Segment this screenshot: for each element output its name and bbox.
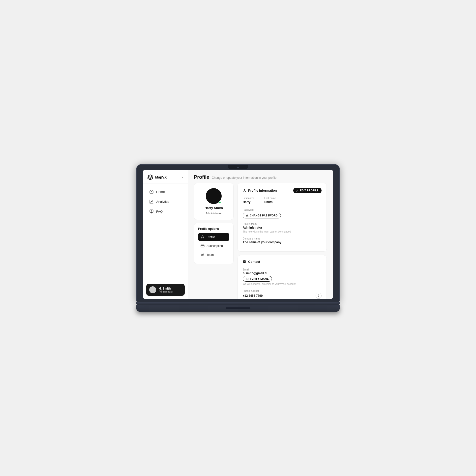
profile-info-icon xyxy=(243,189,246,192)
svg-point-6 xyxy=(244,189,245,191)
email-field: Email h.smith@gmail.cl VERIFY EMAIL xyxy=(243,267,322,285)
svg-point-1 xyxy=(151,212,152,212)
role-label: Role in team xyxy=(243,223,257,225)
subscription-option-label: Subscription xyxy=(207,244,223,248)
profile-option-team[interactable]: Team xyxy=(198,251,229,259)
sidebar-user-section: H. Smith Administrator xyxy=(143,281,188,299)
first-name-field: First name Harry xyxy=(243,197,254,204)
laptop-hinge xyxy=(136,302,340,305)
profile-info-card: Profile information EDIT PROFILE xyxy=(238,183,327,252)
analytics-icon xyxy=(149,199,154,204)
svg-rect-8 xyxy=(243,260,245,263)
email-label: Email xyxy=(243,268,249,271)
phone-help-button[interactable]: ? xyxy=(316,293,322,299)
user-panel: Harry Smith Administrator Profile option… xyxy=(194,183,234,299)
options-title: Profile options xyxy=(198,227,229,231)
faq-icon xyxy=(149,209,154,214)
profile-option-subscription[interactable]: Subscription xyxy=(198,242,229,250)
edit-icon xyxy=(296,189,299,192)
sidebar-item-faq[interactable]: FAQ xyxy=(145,207,186,216)
last-name-field: Last name Smith xyxy=(264,197,276,204)
user-role-label: Administrator xyxy=(206,212,222,215)
svg-rect-3 xyxy=(201,245,204,247)
person-icon xyxy=(201,235,205,239)
password-field: Password CHANGE PASSWORD xyxy=(243,207,322,218)
svg-rect-11 xyxy=(244,262,245,262)
email-value: h.smith@gmail.cl xyxy=(243,271,322,275)
collapse-sidebar-button[interactable]: ‹ xyxy=(181,175,184,180)
user-profile-card: Harry Smith Administrator xyxy=(194,183,234,220)
first-name-label: First name xyxy=(243,197,254,200)
svg-rect-12 xyxy=(246,278,248,280)
svg-rect-0 xyxy=(150,210,153,212)
role-hint: The role within the team cannot be chang… xyxy=(243,230,322,233)
user-avatar-large xyxy=(206,188,222,204)
sidebar-item-label-home: Home xyxy=(156,190,165,194)
sidebar-nav: Home Analytics xyxy=(143,183,188,281)
last-name-value: Smith xyxy=(264,200,276,204)
sidebar-item-analytics[interactable]: Analytics xyxy=(145,197,186,206)
verify-hint: We will send you an email to verify your… xyxy=(243,283,322,285)
edit-profile-label: EDIT PROFILE xyxy=(300,189,319,192)
svg-rect-9 xyxy=(244,261,245,261)
svg-point-4 xyxy=(202,254,203,255)
company-label: Company name xyxy=(243,237,260,240)
mail-icon xyxy=(246,278,248,280)
password-label: Password xyxy=(243,208,254,211)
change-password-label: CHANGE PASSWORD xyxy=(250,214,278,217)
sidebar-user-avatar xyxy=(149,286,156,293)
svg-rect-10 xyxy=(244,261,245,262)
profile-option-label: Profile xyxy=(207,235,215,239)
svg-rect-7 xyxy=(246,215,248,217)
phone-value: +12 3456 7890 xyxy=(243,294,263,298)
svg-point-2 xyxy=(202,236,203,237)
card-icon xyxy=(201,244,205,248)
online-indicator xyxy=(219,201,221,204)
home-icon xyxy=(149,189,154,194)
role-field: Role in team Administrator The role with… xyxy=(243,221,322,233)
profile-info-title: Profile information xyxy=(248,189,277,192)
edit-profile-button[interactable]: EDIT PROFILE xyxy=(293,188,322,193)
sidebar-logo: MapVX ‹ xyxy=(143,170,188,183)
change-password-button[interactable]: CHANGE PASSWORD xyxy=(243,213,281,218)
page-header: Profile Change or update your informatio… xyxy=(188,170,333,183)
page-title: Profile xyxy=(194,174,209,180)
sidebar-user-role: Administrator xyxy=(159,290,182,293)
contact-card: Contact Email h.smith@gmail.cl xyxy=(238,255,327,299)
contact-icon xyxy=(243,260,246,264)
company-value: The name of your company xyxy=(243,240,322,244)
verify-email-button[interactable]: VERIFY EMAIL xyxy=(243,276,272,282)
sidebar-user-card[interactable]: H. Smith Administrator xyxy=(146,284,185,296)
page-subtitle: Change or update your information in you… xyxy=(212,176,276,179)
phone-field: Phone number +12 3456 7890 ? xyxy=(243,288,322,299)
sidebar-item-label-analytics: Analytics xyxy=(156,200,169,204)
laptop-camera xyxy=(237,167,239,168)
svg-point-5 xyxy=(203,254,204,255)
laptop-trackpad xyxy=(226,307,250,309)
sidebar-user-name: H. Smith xyxy=(159,287,182,290)
contact-title: Contact xyxy=(248,260,260,264)
right-panel: Profile information EDIT PROFILE xyxy=(238,183,327,299)
content-area: Harry Smith Administrator Profile option… xyxy=(188,183,333,299)
user-full-name: Harry Smith xyxy=(205,206,223,210)
laptop-base xyxy=(136,305,340,312)
phone-label: Phone number xyxy=(243,290,259,292)
first-name-value: Harry xyxy=(243,200,254,204)
team-icon xyxy=(201,253,205,257)
sidebar-user-info: H. Smith Administrator xyxy=(159,287,182,293)
team-option-label: Team xyxy=(207,253,214,257)
profile-options-card: Profile options Profile xyxy=(194,223,234,264)
lock-icon xyxy=(246,214,248,217)
verify-email-label: VERIFY EMAIL xyxy=(250,277,269,280)
phone-row: +12 3456 7890 ? xyxy=(243,293,322,299)
role-value: Administrator xyxy=(243,226,322,229)
mapvx-logo-icon xyxy=(147,174,153,180)
last-name-label: Last name xyxy=(264,197,276,200)
app-name: MapVX xyxy=(155,175,167,179)
sidebar-item-label-faq: FAQ xyxy=(156,210,163,213)
profile-option-profile[interactable]: Profile xyxy=(198,233,229,241)
main-content: Profile Change or update your informatio… xyxy=(188,170,333,299)
company-field: Company name The name of your company xyxy=(243,236,322,244)
sidebar-item-home[interactable]: Home xyxy=(145,187,186,196)
sidebar: MapVX ‹ Home xyxy=(143,170,188,299)
